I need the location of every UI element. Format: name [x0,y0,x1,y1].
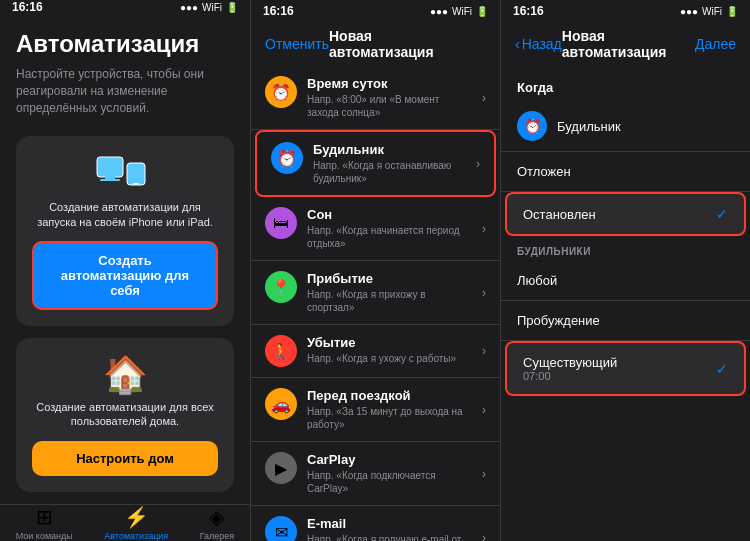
status-bar-3: 16:16 ●●● WiFi 🔋 [501,0,750,22]
svg-rect-4 [133,183,139,185]
snoozed-option[interactable]: Отложен [501,152,750,192]
carplay-icon: ▶ [265,452,297,484]
nav-title-2: Новая автоматизация [329,28,453,60]
signal-icon: ●●● [180,2,198,13]
list-item-trip-text: Перед поездкой Напр. «За 15 минут до вых… [307,388,472,431]
panel-automation: 16:16 ●●● WiFi 🔋 Автоматизация Настройте… [0,0,250,541]
departure-icon: 🚶 [265,335,297,367]
panel-new-automation: 16:16 ●●● WiFi 🔋 Отменить Новая автомати… [250,0,500,541]
chevron-icon-departure: › [482,344,486,358]
svg-rect-0 [97,157,123,177]
alarm-trigger-icon: ⏰ [517,111,547,141]
list-item-trip[interactable]: 🚗 Перед поездкой Напр. «За 15 минут до в… [251,378,500,442]
tab-gallery[interactable]: ◈ Галерея [200,505,235,541]
any-alarm-option[interactable]: Любой [501,261,750,301]
card1-text: Создание автоматизации для запуска на св… [32,200,218,229]
alarm-icon: ⏰ [271,142,303,174]
wifi-icon: WiFi [202,2,222,13]
wakeup-alarm-option[interactable]: Пробуждение [501,301,750,341]
automation-type-list: ⏰ Время суток Напр. «8:00» или «В момент… [251,66,500,541]
list-item-departure-text: Убытие Напр. «Когда я ухожу с работы» [307,335,472,365]
list-item-email[interactable]: ✉ E-mail Напр. «Когда я получаю e-mail о… [251,506,500,541]
existing-alarm-option[interactable]: Существующий 07:00 ✓ [505,341,746,396]
back-button[interactable]: ‹ Назад [515,36,562,52]
wifi-icon-2: WiFi [452,6,472,17]
item-carplay-desc: Напр. «Когда подключается CarPlay» [307,469,472,495]
nav-bar-2: Отменить Новая автоматизация [251,22,500,66]
battery-icon: 🔋 [226,2,238,13]
snoozed-label: Отложен [517,164,571,179]
nav-title-3: Новая автоматизация [562,28,695,60]
setup-home-button[interactable]: Настроить дом [32,441,218,476]
item-alarm-desc: Напр. «Когда я останавливаю будильник» [313,159,466,185]
tab-gallery-label: Галерея [200,531,235,541]
alarm-trigger-row: ⏰ Будильник [501,101,750,152]
item-time-desc: Напр. «8:00» или «В момент захода солнца… [307,93,472,119]
page-title: Автоматизация [16,30,234,58]
list-item-sleep[interactable]: 🛏 Сон Напр. «Когда начинается период отд… [251,197,500,261]
create-personal-card: Создание автоматизации для запуска на св… [16,136,234,326]
tab-gallery-icon: ◈ [209,505,224,529]
chevron-icon-trip: › [482,403,486,417]
alarm-settings-content: Когда ⏰ Будильник Отложен Остановлен ✓ Б… [501,66,750,541]
item-carplay-title: CarPlay [307,452,472,467]
item-alarm-title: Будильник [313,142,466,157]
stopped-option[interactable]: Остановлен ✓ [505,192,746,236]
item-email-title: E-mail [307,516,472,531]
item-trip-title: Перед поездкой [307,388,472,403]
status-time-2: 16:16 [263,4,294,18]
tab-bar: ⊞ Мои команды ⚡ Автоматизация ◈ Галерея [0,504,250,541]
status-bar-2: 16:16 ●●● WiFi 🔋 [251,0,500,22]
tab-my-commands[interactable]: ⊞ Мои команды [16,505,73,541]
list-item-alarm[interactable]: ⏰ Будильник Напр. «Когда я останавливаю … [255,130,496,197]
create-home-card: 🏠 Создание автоматизации для всех пользо… [16,338,234,492]
list-item-departure[interactable]: 🚶 Убытие Напр. «Когда я ухожу с работы» … [251,325,500,378]
existing-alarm-label: Существующий [523,355,617,370]
chevron-icon-sleep: › [482,222,486,236]
list-item-time-text: Время суток Напр. «8:00» или «В момент з… [307,76,472,119]
item-arrival-desc: Напр. «Когда я прихожу в спортзал» [307,288,472,314]
any-alarm-label: Любой [517,273,557,288]
status-time-1: 16:16 [12,0,43,14]
list-item-time[interactable]: ⏰ Время суток Напр. «8:00» или «В момент… [251,66,500,130]
create-personal-button[interactable]: Создать автоматизацию для себя [32,241,218,310]
list-item-email-text: E-mail Напр. «Когда я получаю e-mail от … [307,516,472,541]
chevron-icon-alarm: › [476,157,480,171]
tab-automation-icon: ⚡ [124,505,149,529]
status-icons-2: ●●● WiFi 🔋 [430,6,488,17]
battery-icon-2: 🔋 [476,6,488,17]
svg-rect-1 [105,175,115,179]
list-item-arrival-text: Прибытие Напр. «Когда я прихожу в спортз… [307,271,472,314]
arrival-icon: 📍 [265,271,297,303]
card2-text: Создание автоматизации для всех пользова… [32,400,218,429]
tab-automation-label: Автоматизация [104,531,168,541]
list-item-arrival[interactable]: 📍 Прибытие Напр. «Когда я прихожу в спор… [251,261,500,325]
chevron-icon-carplay: › [482,467,486,481]
tab-automation[interactable]: ⚡ Автоматизация [104,505,168,541]
existing-alarm-text: Существующий 07:00 [523,355,617,382]
next-button[interactable]: Далее [695,36,736,52]
list-item-carplay-text: CarPlay Напр. «Когда подключается CarPla… [307,452,472,495]
status-icons-1: ●●● WiFi 🔋 [180,2,238,13]
alarms-section-header: БУДИЛЬНИКИ [501,236,750,261]
item-email-desc: Напр. «Когда я получаю e-mail от Инны» [307,533,472,541]
cancel-button[interactable]: Отменить [265,36,329,52]
svg-rect-3 [127,163,145,185]
home-icon: 🏠 [103,354,148,396]
list-item-sleep-text: Сон Напр. «Когда начинается период отдых… [307,207,472,250]
list-item-carplay[interactable]: ▶ CarPlay Напр. «Когда подключается CarP… [251,442,500,506]
chevron-icon: › [482,91,486,105]
time-icon: ⏰ [265,76,297,108]
nav-bar-3: ‹ Назад Новая автоматизация Далее [501,22,750,66]
alarm-trigger-label: Будильник [557,119,621,134]
panel-alarm-settings: 16:16 ●●● WiFi 🔋 ‹ Назад Новая автоматиз… [500,0,750,541]
item-departure-title: Убытие [307,335,472,350]
page-subtitle: Настройте устройства, чтобы они реагиров… [16,66,234,116]
item-trip-desc: Напр. «За 15 минут до выхода на работу» [307,405,472,431]
item-time-title: Время суток [307,76,472,91]
when-section-header: Когда [501,66,750,101]
panel1-main-content: Автоматизация Настройте устройства, чтоб… [0,14,250,504]
battery-icon-3: 🔋 [726,6,738,17]
wakeup-alarm-label: Пробуждение [517,313,600,328]
stopped-label: Остановлен [523,207,596,222]
